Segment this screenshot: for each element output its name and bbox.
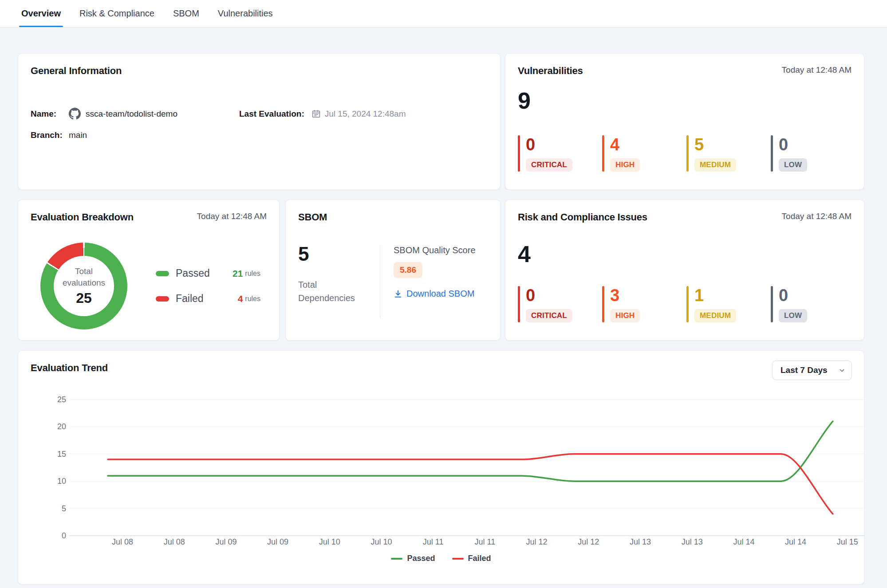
timestamp: Today at 12:48 AM [197, 212, 267, 221]
svg-text:Jul 13: Jul 13 [630, 537, 651, 546]
last-evaluation-label: Last Evaluation: [239, 109, 304, 119]
svg-text:20: 20 [57, 422, 66, 431]
chart-legend: Passed Failed [18, 554, 864, 563]
tab-overview[interactable]: Overview [21, 0, 61, 27]
last-evaluation-value: Jul 15, 2024 12:48am [325, 109, 406, 119]
severity-count: 3 [610, 287, 640, 304]
evaluation-trend-card: Evaluation Trend Last 7 Days 0510152025J… [18, 350, 864, 584]
legend-failed: Failed [452, 554, 491, 563]
severity-low: 0 LOW [771, 286, 855, 322]
severity-bar [518, 135, 520, 172]
evaluation-legend: Passed 21 rules Failed 4 rules [156, 267, 260, 305]
time-range-value: Last 7 Days [781, 365, 828, 375]
legend-count: 21 [233, 268, 243, 279]
severity-medium: 1 MEDIUM [686, 286, 771, 322]
severity-bar [602, 286, 604, 322]
legend-passed: Passed 21 rules [156, 267, 260, 279]
tab-bar: Overview Risk & Compliance SBOM Vulnerab… [0, 0, 887, 27]
github-icon [69, 108, 81, 120]
svg-text:0: 0 [62, 531, 66, 540]
severity-badge: MEDIUM [694, 158, 736, 172]
severity-bar [771, 135, 773, 172]
severity-count: 1 [694, 287, 736, 304]
chevron-down-icon [838, 367, 846, 374]
card-title: Vulnerabilities [518, 65, 583, 77]
evaluation-trend-chart: 0510152025Jul 08Jul 08Jul 09Jul 09Jul 10… [47, 393, 881, 553]
svg-text:Jul 11: Jul 11 [423, 537, 444, 546]
vertical-divider [380, 245, 380, 318]
severity-badge: LOW [779, 309, 807, 322]
branch-label: Branch: [31, 130, 69, 140]
card-title: Risk and Compliance Issues [518, 212, 647, 223]
total-dependencies-label: Total Dependencies [298, 278, 380, 305]
svg-text:10: 10 [57, 477, 66, 486]
time-range-dropdown[interactable]: Last 7 Days [772, 361, 852, 380]
svg-text:Jul 08: Jul 08 [112, 537, 133, 546]
severity-badge: HIGH [610, 309, 640, 322]
vulnerabilities-total: 9 [518, 89, 852, 112]
tab-sbom[interactable]: SBOM [173, 0, 199, 27]
svg-text:Jul 12: Jul 12 [526, 537, 548, 546]
name-label: Name: [31, 109, 69, 119]
severity-count: 0 [779, 287, 807, 304]
severity-badge: HIGH [610, 158, 640, 172]
svg-text:Jul 10: Jul 10 [319, 537, 340, 546]
tab-vulnerabilities[interactable]: Vulnerabilities [218, 0, 273, 27]
severity-bar [771, 286, 773, 322]
svg-text:Jul 11: Jul 11 [475, 537, 496, 546]
failed-pill-icon [156, 296, 169, 302]
severity-high: 3 HIGH [602, 286, 686, 322]
severity-bar [686, 286, 689, 322]
sbom-quality-score-label: SBOM Quality Score [394, 244, 476, 255]
download-sbom-link[interactable]: Download SBOM [394, 289, 476, 299]
severity-badge: CRITICAL [526, 158, 572, 172]
calendar-icon [311, 109, 321, 118]
timestamp: Today at 12:48 AM [782, 212, 852, 221]
legend-label: Passed [176, 267, 210, 279]
general-information-card: General Information Name: ssca-team/todo… [18, 53, 501, 190]
severity-count: 5 [694, 136, 736, 153]
severity-count: 4 [610, 136, 640, 153]
legend-passed: Passed [391, 554, 435, 563]
evaluation-breakdown-card: Evaluation Breakdown Today at 12:48 AM T… [18, 200, 280, 341]
severity-count: 0 [779, 136, 807, 153]
severity-bar [602, 135, 604, 172]
legend-label: Failed [176, 293, 204, 305]
svg-text:15: 15 [57, 450, 66, 459]
risk-compliance-card: Risk and Compliance Issues Today at 12:4… [505, 200, 864, 341]
severity-low: 0 LOW [771, 135, 855, 172]
card-title: Evaluation Breakdown [31, 212, 134, 223]
donut-center-label: Total [75, 266, 93, 277]
total-dependencies-count: 5 [298, 244, 380, 264]
severity-bar [518, 286, 520, 322]
svg-text:Jul 09: Jul 09 [267, 537, 288, 546]
severity-count: 0 [526, 136, 572, 153]
severity-critical: 0 CRITICAL [518, 286, 602, 322]
card-title: SBOM [298, 212, 327, 223]
passed-line-icon [391, 558, 402, 560]
legend-unit: rules [245, 295, 260, 303]
legend-count: 4 [238, 294, 243, 304]
svg-text:5: 5 [62, 504, 66, 513]
risk-issues-total: 4 [518, 243, 852, 266]
download-icon [394, 290, 402, 298]
svg-text:Jul 14: Jul 14 [733, 537, 754, 546]
svg-text:Jul 08: Jul 08 [164, 537, 185, 546]
svg-text:25: 25 [57, 395, 66, 404]
legend-failed: Failed 4 rules [156, 293, 260, 305]
branch-value: main [69, 130, 87, 140]
sbom-card: SBOM 5 Total Dependencies SBOM Quality S… [285, 200, 501, 341]
severity-badge: LOW [779, 158, 807, 172]
failed-line-icon [452, 558, 464, 560]
svg-text:Jul 13: Jul 13 [682, 537, 703, 546]
tab-risk-compliance[interactable]: Risk & Compliance [79, 0, 154, 27]
scan-overview-page: Overview Risk & Compliance SBOM Vulnerab… [0, 0, 887, 588]
severity-medium: 5 MEDIUM [686, 135, 771, 172]
severity-row: 0 CRITICAL 3 HIGH 1 MEDIUM [518, 286, 852, 322]
svg-text:Jul 15: Jul 15 [837, 537, 858, 546]
svg-text:Jul 12: Jul 12 [578, 537, 599, 546]
severity-count: 0 [526, 287, 572, 304]
repo-name-link[interactable]: ssca-team/todolist-demo [86, 109, 177, 119]
svg-text:Jul 14: Jul 14 [785, 537, 806, 546]
timestamp: Today at 12:48 AM [782, 65, 852, 75]
